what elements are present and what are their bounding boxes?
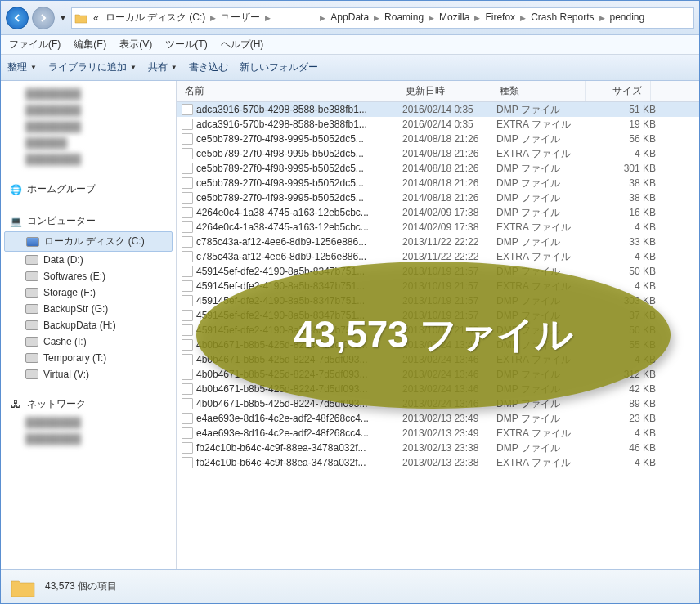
- file-name: c785c43a-af12-4ee6-8db9-1256e886...: [196, 251, 366, 262]
- file-row[interactable]: c785c43a-af12-4ee6-8db9-1256e886...2013/…: [177, 235, 699, 249]
- file-icon: [182, 369, 193, 380]
- file-type: EXTRA ファイル: [496, 221, 590, 235]
- main-panel: 名前 更新日時 種類 サイズ adca3916-570b-4298-8588-b…: [177, 81, 699, 569]
- breadcrumb-segment[interactable]: [272, 11, 318, 23]
- file-row[interactable]: 4b0b4671-b8b5-425d-8224-7d5df093...2013/…: [177, 382, 699, 396]
- breadcrumb-segment[interactable]: ユーザー: [218, 11, 263, 23]
- file-name: 4b0b4671-b8b5-425d-8224-7d5df093...: [196, 369, 368, 380]
- drive-icon: [25, 369, 38, 379]
- file-row[interactable]: 4264e0c4-1a38-4745-a163-12eb5cbc...2014/…: [177, 220, 699, 235]
- file-size: 55 KB: [590, 339, 656, 351]
- sidebar-blurred-item: ██████: [4, 135, 173, 151]
- file-row[interactable]: 4b0b4671-b8b5-425d-8224-7d5df093...2013/…: [177, 338, 699, 352]
- menu-file[interactable]: ファイル(F): [9, 38, 61, 51]
- file-row[interactable]: e4ae693e-8d16-4c2e-adf2-48f268cc4...2013…: [177, 426, 699, 441]
- address-bar[interactable]: « ローカル ディスク (C:)▶ユーザー▶ ▶AppData▶Roaming▶…: [71, 7, 694, 29]
- file-row[interactable]: 459145ef-dfe2-4190-8a5b-8347b751...2013/…: [177, 293, 699, 308]
- sidebar-drive-item[interactable]: BackupData (H:): [4, 317, 173, 333]
- file-row[interactable]: 459145ef-dfe2-4190-8a5b-8347b751...2013/…: [177, 323, 699, 338]
- sidebar-drive-item[interactable]: Virtual (V:): [4, 366, 173, 383]
- menu-tools[interactable]: ツール(T): [165, 38, 207, 51]
- file-list[interactable]: adca3916-570b-4298-8588-be388fb1...2016/…: [177, 102, 699, 569]
- menu-help[interactable]: ヘルプ(H): [221, 38, 264, 51]
- menu-edit[interactable]: 編集(E): [74, 38, 106, 51]
- chevron-down-icon: ▼: [130, 64, 137, 71]
- file-size: 23 KB: [590, 413, 656, 424]
- file-row[interactable]: c785c43a-af12-4ee6-8db9-1256e886...2013/…: [177, 249, 699, 264]
- sidebar-blurred-item: ████████: [4, 86, 173, 102]
- sidebar-drive-item[interactable]: Data (D:): [4, 252, 173, 268]
- breadcrumb-segment[interactable]: Roaming: [381, 11, 427, 23]
- column-name[interactable]: 名前: [177, 81, 397, 101]
- breadcrumb-segment[interactable]: Mozilla: [436, 11, 473, 23]
- column-date[interactable]: 更新日時: [397, 81, 491, 101]
- file-icon: [182, 413, 193, 424]
- sidebar-drive-item[interactable]: Cashe (I:): [4, 333, 173, 350]
- file-name: e4ae693e-8d16-4c2e-adf2-48f268cc4...: [196, 413, 369, 424]
- file-date: 2013/11/22 22:22: [402, 236, 496, 248]
- file-name: ce5bb789-27f0-4f98-9995-b5052dc5...: [196, 177, 364, 189]
- sidebar-drive-item[interactable]: Softwares (E:): [4, 268, 173, 284]
- file-type: DMP ファイル: [496, 441, 590, 455]
- file-icon: [182, 310, 193, 321]
- sidebar-network[interactable]: 🖧 ネットワーク: [4, 394, 173, 414]
- file-size: 4 KB: [590, 457, 656, 468]
- file-date: 2016/02/14 0:35: [402, 104, 496, 115]
- toolbar-library[interactable]: ライブラリに追加▼: [48, 60, 137, 74]
- file-date: 2013/10/19 21:57: [402, 266, 496, 277]
- nav-history-chevron-icon[interactable]: ▼: [58, 13, 68, 22]
- sidebar-computer[interactable]: 💻 コンピューター: [4, 211, 173, 231]
- sidebar-homegroup-label: ホームグループ: [27, 182, 96, 196]
- breadcrumb-segment[interactable]: AppData: [327, 11, 372, 23]
- sidebar-drive-item[interactable]: Temporary (T:): [4, 350, 173, 366]
- drive-icon: [25, 304, 38, 314]
- toolbar-share[interactable]: 共有▼: [148, 60, 177, 74]
- toolbar-burn[interactable]: 書き込む: [189, 60, 228, 74]
- file-icon: [182, 295, 193, 306]
- breadcrumb-segment[interactable]: pending: [607, 11, 648, 23]
- sidebar-drive-item[interactable]: Storage (F:): [4, 284, 173, 301]
- file-row[interactable]: ce5bb789-27f0-4f98-9995-b5052dc5...2014/…: [177, 161, 699, 176]
- column-type[interactable]: 種類: [491, 81, 586, 101]
- file-row[interactable]: ce5bb789-27f0-4f98-9995-b5052dc5...2014/…: [177, 132, 699, 146]
- file-date: 2013/02/13 23:38: [402, 457, 496, 468]
- file-row[interactable]: fb24c10b-b64c-4c9f-88ea-3478a032f...2013…: [177, 441, 699, 455]
- toolbar-organize[interactable]: 整理▼: [7, 60, 37, 74]
- file-date: 2014/08/18 21:26: [402, 148, 496, 159]
- file-row[interactable]: 4b0b4671-b8b5-425d-8224-7d5df093...2013/…: [177, 352, 699, 367]
- file-row[interactable]: adca3916-570b-4298-8588-be388fb1...2016/…: [177, 117, 699, 132]
- menu-view[interactable]: 表示(V): [119, 38, 152, 51]
- file-size: 4 KB: [590, 251, 656, 262]
- file-row[interactable]: 4b0b4671-b8b5-425d-8224-7d5df093...2013/…: [177, 396, 699, 411]
- drive-icon: [25, 353, 38, 363]
- file-row[interactable]: e4ae693e-8d16-4c2e-adf2-48f268cc4...2013…: [177, 411, 699, 426]
- toolbar-newfolder[interactable]: 新しいフォルダー: [240, 60, 318, 74]
- column-size[interactable]: サイズ: [586, 81, 651, 101]
- file-name: 4264e0c4-1a38-4745-a163-12eb5cbc...: [196, 221, 369, 233]
- file-row[interactable]: 459145ef-dfe2-4190-8a5b-8347b751...2013/…: [177, 264, 699, 279]
- file-row[interactable]: fb24c10b-b64c-4c9f-88ea-3478a032f...2013…: [177, 455, 699, 470]
- file-row[interactable]: adca3916-570b-4298-8588-be388fb1...2016/…: [177, 102, 699, 117]
- file-size: 33 KB: [590, 236, 656, 248]
- file-row[interactable]: 459145ef-dfe2-4190-8a5b-8347b751...2013/…: [177, 279, 699, 293]
- nav-forward-button[interactable]: [32, 7, 55, 29]
- file-name: ce5bb789-27f0-4f98-9995-b5052dc5...: [196, 133, 364, 145]
- breadcrumb-segment[interactable]: Firefox: [482, 11, 518, 23]
- breadcrumb-segment[interactable]: Crash Reports: [527, 11, 597, 23]
- file-row[interactable]: ce5bb789-27f0-4f98-9995-b5052dc5...2014/…: [177, 146, 699, 161]
- nav-back-button[interactable]: [6, 7, 29, 29]
- file-row[interactable]: ce5bb789-27f0-4f98-9995-b5052dc5...2014/…: [177, 176, 699, 190]
- file-type: DMP ファイル: [496, 338, 590, 352]
- file-date: 2016/02/14 0:35: [402, 119, 496, 130]
- file-row[interactable]: 459145ef-dfe2-4190-8a5b-8347b751...2013/…: [177, 308, 699, 323]
- sidebar-drive-item[interactable]: ローカル ディスク (C:): [4, 231, 173, 252]
- file-icon: [182, 324, 193, 336]
- sidebar-homegroup[interactable]: 🌐 ホームグループ: [4, 179, 173, 199]
- explorer-window: ▼ « ローカル ディスク (C:)▶ユーザー▶ ▶AppData▶Roamin…: [0, 0, 700, 604]
- file-row[interactable]: ce5bb789-27f0-4f98-9995-b5052dc5...2014/…: [177, 190, 699, 205]
- file-type: DMP ファイル: [496, 235, 590, 249]
- sidebar-drive-item[interactable]: BackupStr (G:): [4, 301, 173, 317]
- file-row[interactable]: 4264e0c4-1a38-4745-a163-12eb5cbc...2014/…: [177, 205, 699, 220]
- breadcrumb-segment[interactable]: ローカル ディスク (C:): [102, 11, 209, 23]
- file-row[interactable]: 4b0b4671-b8b5-425d-8224-7d5df093...2013/…: [177, 367, 699, 382]
